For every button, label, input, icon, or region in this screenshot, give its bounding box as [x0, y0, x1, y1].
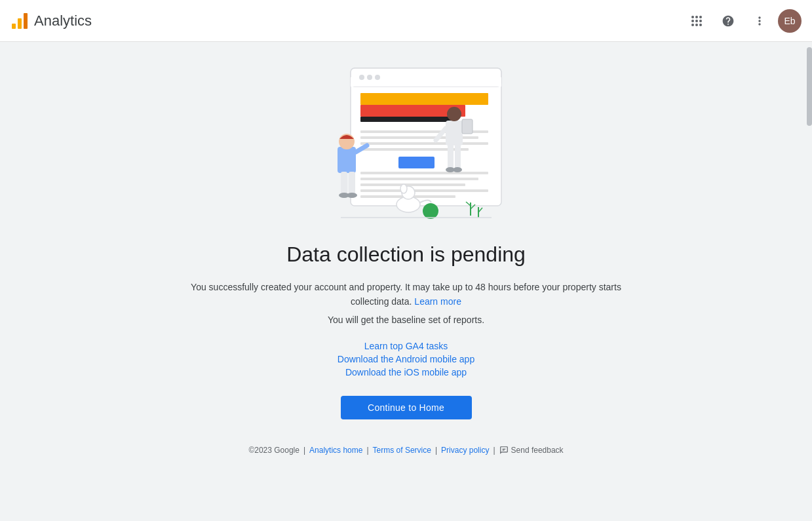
- scrollbar-track[interactable]: [807, 42, 812, 521]
- privacy-policy-link[interactable]: Privacy policy: [441, 446, 489, 455]
- header-right: Eb: [684, 8, 802, 34]
- send-feedback-button[interactable]: Send feedback: [499, 446, 564, 455]
- svg-point-28: [347, 193, 357, 198]
- app-header: Analytics Eb: [0, 0, 812, 42]
- svg-point-7: [367, 75, 372, 80]
- svg-rect-20: [360, 189, 488, 192]
- illustration: [301, 55, 511, 232]
- user-avatar[interactable]: Eb: [778, 9, 802, 33]
- description-text: You successfully created your account an…: [190, 280, 623, 309]
- separator1: |: [303, 446, 305, 455]
- svg-rect-25: [349, 172, 355, 195]
- svg-point-6: [359, 75, 364, 80]
- svg-point-8: [375, 75, 380, 80]
- svg-rect-22: [338, 147, 356, 173]
- svg-rect-47: [502, 448, 505, 449]
- svg-rect-2: [24, 13, 28, 29]
- main-content: Data collection is pending You successfu…: [0, 42, 812, 465]
- svg-point-30: [447, 107, 461, 121]
- main-heading: Data collection is pending: [286, 242, 526, 267]
- svg-point-35: [453, 167, 462, 172]
- svg-rect-32: [448, 144, 454, 169]
- grid-icon: [691, 16, 702, 26]
- svg-rect-0: [12, 24, 16, 29]
- learn-ga4-link[interactable]: Learn top GA4 tasks: [364, 341, 448, 351]
- svg-rect-14: [360, 142, 488, 145]
- svg-rect-19: [360, 183, 465, 186]
- separator3: |: [435, 446, 437, 455]
- scrollbar-thumb[interactable]: [807, 47, 812, 126]
- svg-rect-9: [360, 93, 488, 105]
- ios-app-link[interactable]: Download the iOS mobile app: [345, 367, 467, 377]
- analytics-home-link[interactable]: Analytics home: [309, 446, 362, 455]
- svg-rect-33: [455, 144, 461, 169]
- svg-rect-16: [398, 157, 435, 168]
- svg-point-40: [423, 203, 438, 219]
- svg-rect-17: [360, 172, 488, 174]
- svg-rect-5: [351, 77, 501, 87]
- learn-more-link[interactable]: Learn more: [414, 296, 461, 307]
- more-options-button[interactable]: [746, 8, 773, 34]
- separator2: |: [366, 446, 368, 455]
- terms-of-service-link[interactable]: Terms of Service: [373, 446, 431, 455]
- continue-to-home-button[interactable]: Continue to Home: [341, 396, 472, 419]
- svg-rect-48: [502, 450, 504, 450]
- analytics-logo: [10, 12, 29, 30]
- page-footer: ©2023 Google | Analytics home | Terms of…: [248, 438, 563, 465]
- svg-rect-1: [18, 18, 22, 29]
- separator4: |: [493, 446, 495, 455]
- baseline-text: You will get the baseline set of reports…: [328, 315, 484, 325]
- copyright-text: ©2023 Google: [248, 446, 300, 455]
- svg-rect-29: [446, 121, 463, 145]
- android-app-link[interactable]: Download the Android mobile app: [338, 354, 474, 364]
- feedback-icon: [499, 446, 509, 455]
- app-title: Analytics: [34, 12, 92, 29]
- header-left: Analytics: [10, 12, 92, 30]
- svg-rect-11: [360, 117, 452, 122]
- svg-rect-24: [341, 172, 347, 195]
- svg-rect-18: [360, 178, 478, 180]
- svg-point-39: [400, 184, 407, 193]
- apps-button[interactable]: [684, 8, 710, 34]
- help-button[interactable]: [715, 8, 741, 34]
- links-section: Learn top GA4 tasks Download the Android…: [338, 341, 474, 377]
- svg-rect-36: [462, 119, 473, 134]
